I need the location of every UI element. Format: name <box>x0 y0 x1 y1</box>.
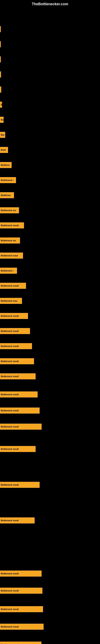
bar-35: Bottleneck result <box>0 642 41 644</box>
bar-23: Bottleneck result <box>0 358 34 364</box>
bar-label-23: Bottleneck result <box>1 360 19 362</box>
bar-31: Bottleneck result <box>0 570 42 576</box>
bar-label-26: Bottleneck result <box>1 409 19 412</box>
bar-container-15: Bottleneck res <box>0 237 100 245</box>
bar-11: Bottleneck r <box>0 177 16 183</box>
bar-16: Bottleneck resul <box>0 252 23 258</box>
bar-28: Bottleneck result <box>0 446 36 452</box>
bar-label-22: Bottleneck result <box>1 345 19 347</box>
bar-27: Bottleneck result <box>0 424 42 430</box>
bar-label-24: Bottleneck result <box>1 375 19 378</box>
bar-label-15: Bottleneck res <box>1 239 16 242</box>
bar-label-17: Bottleneck r <box>1 270 14 272</box>
bar-32: Bottleneck result <box>0 588 42 594</box>
bar-container-2 <box>0 40 100 48</box>
bar-label-18: Bottleneck result <box>1 284 19 287</box>
bar-label-31: Bottleneck result <box>1 572 19 575</box>
bar-container-8: Bot <box>0 131 100 139</box>
bar-label-6: B <box>1 104 2 106</box>
bar-container-24: Bottleneck result <box>0 372 100 380</box>
bar-13: Bottleneck res <box>0 207 19 213</box>
bar-container-23: Bottleneck result <box>0 358 100 366</box>
bar-container-35: Bottleneck result <box>0 641 100 644</box>
bar-26: Bottleneck result <box>0 408 40 414</box>
bar-21: Bottleneck result <box>0 328 30 334</box>
bar-18: Bottleneck result <box>0 283 26 289</box>
bar-label-9: Bottl <box>1 149 6 151</box>
bar-33: Bottleneck result <box>0 606 43 612</box>
bar-container-28: Bottleneck result <box>0 445 100 453</box>
bar-25: Bottleneck result <box>0 392 38 398</box>
bar-10: Bottlene <box>0 162 12 168</box>
bar-container-17: Bottleneck r <box>0 267 100 275</box>
bar-label-10: Bottlene <box>1 164 10 166</box>
bar-label-32: Bottleneck result <box>1 590 19 592</box>
bar-22: Bottleneck result <box>0 343 32 349</box>
bar-7: Bo <box>0 117 3 123</box>
bar-label-7: Bo <box>1 118 3 121</box>
bar-1 <box>0 26 1 32</box>
bar-container-14: Bottleneck result <box>0 222 100 230</box>
bar-container-10: Bottlene <box>0 161 100 169</box>
bar-14: Bottleneck result <box>0 222 24 228</box>
bar-label-33: Bottleneck result <box>1 608 19 610</box>
bar-container-9: Bottl <box>0 146 100 154</box>
bar-30: Bottleneck result <box>0 518 35 524</box>
bar-15: Bottleneck res <box>0 238 20 244</box>
bar-label-34: Bottleneck result <box>1 626 19 628</box>
bar-label-11: Bottleneck r <box>1 179 14 181</box>
bar-container-31: Bottleneck result <box>0 570 100 578</box>
bar-5 <box>0 86 1 92</box>
bar-label-30: Bottleneck result <box>1 519 19 522</box>
bar-container-25: Bottleneck result <box>0 391 100 399</box>
bar-container-12: Bottlenec <box>0 192 100 200</box>
bar-container-34: Bottleneck result <box>0 623 100 631</box>
bar-container-16: Bottleneck resul <box>0 252 100 260</box>
bar-container-22: Bottleneck result <box>0 342 100 350</box>
bar-3 <box>0 56 1 62</box>
bar-label-28: Bottleneck result <box>1 448 19 450</box>
bar-container-21: Bottleneck result <box>0 327 100 335</box>
bar-9: Bottl <box>0 147 8 153</box>
bar-container-11: Bottleneck r <box>0 176 100 184</box>
bar-container-5 <box>0 86 100 94</box>
bar-container-7: Bo <box>0 116 100 124</box>
bar-label-16: Bottleneck resul <box>1 254 18 257</box>
bar-container-3 <box>0 56 100 64</box>
bar-container-18: Bottleneck result <box>0 282 100 290</box>
bar-24: Bottleneck result <box>0 373 36 379</box>
bar-2 <box>0 41 1 47</box>
bar-label-27: Bottleneck result <box>1 426 19 428</box>
bar-19: Bottleneck resu <box>0 298 22 304</box>
bar-label-25: Bottleneck result <box>1 393 19 396</box>
bar-34: Bottleneck result <box>0 624 44 630</box>
bar-container-33: Bottleneck result <box>0 605 100 614</box>
bar-4 <box>0 72 1 78</box>
bar-label-20: Bottleneck result <box>1 315 19 317</box>
bar-container-30: Bottleneck result <box>0 516 100 525</box>
bar-container-26: Bottleneck result <box>0 407 100 415</box>
site-title: TheBottlenecker.com <box>0 0 100 7</box>
bar-container-27: Bottleneck result <box>0 423 100 431</box>
bar-label-14: Bottleneck result <box>1 224 19 226</box>
bar-label-8: Bot <box>1 134 4 136</box>
bar-20: Bottleneck result <box>0 313 28 319</box>
bar-label-29: Bottleneck result <box>1 484 19 486</box>
bar-label-12: Bottlenec <box>1 194 11 196</box>
bar-label-19: Bottleneck resu <box>1 300 17 302</box>
bar-container-1 <box>0 25 100 34</box>
bar-8: Bot <box>0 132 5 138</box>
bar-17: Bottleneck r <box>0 268 17 274</box>
bar-label-13: Bottleneck res <box>1 209 16 212</box>
bar-container-32: Bottleneck result <box>0 587 100 595</box>
bar-container-4 <box>0 71 100 79</box>
bar-container-19: Bottleneck resu <box>0 297 100 305</box>
bar-container-6: B <box>0 101 100 109</box>
bar-container-29: Bottleneck result <box>0 481 100 489</box>
bar-container-13: Bottleneck res <box>0 206 100 214</box>
bar-6: B <box>0 102 2 108</box>
bar-29: Bottleneck result <box>0 482 40 488</box>
bar-label-21: Bottleneck result <box>1 330 19 332</box>
bar-container-20: Bottleneck result <box>0 312 100 320</box>
bar-12: Bottlenec <box>0 192 14 198</box>
